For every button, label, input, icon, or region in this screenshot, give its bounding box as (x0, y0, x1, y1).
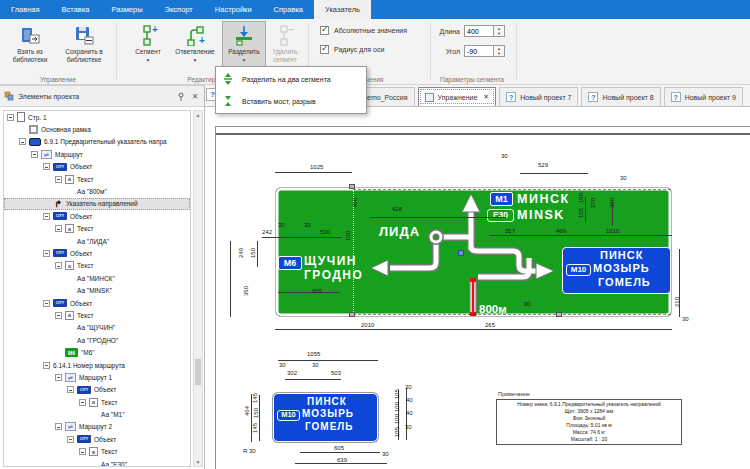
detail-sign-drawing[interactable]: ПИНСК М10 МОЗЫРЬ ГОМЕЛЬ (273, 393, 378, 442)
checkbox-1[interactable]: ✓Абсолютные значения (320, 26, 407, 35)
field-input-2[interactable] (464, 45, 494, 57)
ribbon-button-lib-take[interactable]: Взять избиблиотеки (6, 21, 54, 76)
collapse-icon[interactable] (31, 151, 38, 158)
spinner-icon[interactable]: ▲▼ (494, 45, 505, 57)
menu-item-1[interactable]: Разделить на два сегмента (216, 68, 366, 90)
route-badge-m6[interactable]: М6 (278, 256, 302, 270)
tree-item[interactable]: аТекст (4, 223, 190, 235)
collapse-icon[interactable] (67, 386, 74, 393)
tree-item[interactable]: 6.9.1 Предварительный указатель напра (4, 136, 190, 148)
tree-item[interactable]: Аа "ЛИДА" (4, 235, 190, 247)
tab-3[interactable]: ?Новый проект 7 (499, 87, 578, 106)
selection-handle[interactable] (556, 312, 562, 317)
collapse-icon[interactable] (43, 163, 50, 170)
checkbox-icon[interactable]: ✓ (320, 45, 329, 54)
collapse-icon[interactable] (55, 262, 62, 269)
scroll-down-icon[interactable]: ▼ (194, 459, 202, 465)
tree-item[interactable]: 6.14.1 Номер маршрута (4, 359, 190, 371)
collapse-icon[interactable] (43, 300, 50, 307)
menu-item-2[interactable]: Вставить мост, разрыв (216, 90, 366, 112)
ribbon-button-branch[interactable]: +Ответвление▼ (170, 21, 220, 76)
collapse-icon[interactable] (55, 176, 62, 183)
tab-5[interactable]: ?Новый проект 9 (664, 87, 743, 106)
checkbox-icon[interactable]: ✓ (320, 26, 329, 35)
tree-item[interactable]: CITYОбъект (4, 247, 190, 259)
menubar-item-7[interactable]: Указатель (314, 0, 371, 19)
tree-item[interactable]: CITYОбъект (4, 161, 190, 173)
tree-item[interactable]: аТекст (4, 396, 190, 408)
scroll-up-icon[interactable]: ▲ (194, 112, 202, 118)
help-file-icon: ? (588, 92, 598, 102)
tree-item[interactable]: ⇄Маршрут (4, 148, 190, 160)
dimension-label: 150 (253, 408, 259, 418)
help-file-icon: ? (671, 92, 681, 102)
tree-item[interactable]: Аа "ГРОДНО" (4, 334, 190, 346)
menubar-item-6[interactable]: Справка (263, 0, 314, 19)
tree-item[interactable]: ↱Указатель направлений (4, 198, 190, 210)
tree-item[interactable]: ⇄Маршрут 2 (4, 421, 190, 433)
pinsk-panel[interactable]: ПИНСК М10 МОЗЫРЬ ГОМЕЛЬ (562, 247, 671, 294)
sign-text-schuchin[interactable]: ЩУЧИН (304, 254, 357, 268)
tree-item[interactable]: Аа "Е30" (4, 458, 190, 467)
tree-item[interactable]: аТекст (4, 260, 190, 272)
dimension-label: 105 (394, 427, 400, 437)
branch-icon: + (184, 24, 206, 46)
selection-handle[interactable] (349, 184, 355, 189)
node-handle[interactable] (458, 250, 464, 256)
close-tab-icon[interactable]: ✕ (483, 93, 489, 101)
collapse-icon[interactable] (55, 374, 62, 381)
scrollbar-thumb[interactable] (195, 359, 201, 385)
tree-item[interactable]: ⇄Маршрут 1 (4, 371, 190, 383)
tree-item[interactable]: Основная рамка (4, 123, 190, 135)
tree-item[interactable]: аТекст (4, 446, 190, 458)
menubar-item-2[interactable]: Вставка (51, 0, 101, 19)
tree-item[interactable]: Аа "ЩУЧИН" (4, 322, 190, 334)
collapse-icon[interactable] (43, 213, 50, 220)
selection-handle[interactable] (349, 312, 355, 317)
tab-4[interactable]: ?Новый проект 8 (581, 87, 660, 106)
ribbon-button-lib-save[interactable]: Сохранить вбиблиотеке (56, 21, 112, 76)
tree-item[interactable]: CITYОбъект (4, 433, 190, 445)
collapse-icon[interactable] (67, 436, 74, 443)
tree-item[interactable]: Аа "М1" (4, 408, 190, 420)
tree-item[interactable]: Аа "MINSK" (4, 284, 190, 296)
collapse-icon[interactable] (55, 423, 62, 430)
tree-item[interactable]: CITYОбъект (4, 297, 190, 309)
tree-item[interactable]: аТекст (4, 309, 190, 321)
tree-scrollbar[interactable]: ▲ ▼ (193, 110, 203, 467)
route-badge-m1[interactable]: М1 (490, 192, 513, 206)
menubar-item-5[interactable]: Настройки (204, 0, 263, 19)
sign-text-minsk-en[interactable]: MINSK (517, 208, 565, 222)
tree-item[interactable]: Аа "МИНСК" (4, 272, 190, 284)
tab-2[interactable]: Упражнение✕ (418, 87, 497, 106)
tree-item[interactable]: Аа "800м" (4, 185, 190, 197)
menubar-item-1[interactable]: Главная (0, 0, 51, 19)
menubar-item-4[interactable]: Экспорт (154, 0, 204, 19)
collapse-icon[interactable] (55, 312, 62, 319)
ribbon-button-segment[interactable]: +Сегмент▼ (126, 21, 170, 76)
collapse-icon[interactable] (7, 114, 14, 121)
sign-text-lida[interactable]: ЛИДА (379, 224, 420, 239)
sign-text-distance[interactable]: 800м (479, 303, 507, 315)
collapse-icon[interactable] (43, 362, 50, 369)
tree-item[interactable]: аТекст (4, 173, 190, 185)
collapse-icon[interactable] (19, 138, 26, 145)
spinner-icon[interactable]: ▲▼ (494, 25, 505, 37)
close-panel-icon[interactable]: ✕ (190, 92, 200, 101)
collapse-icon[interactable] (55, 225, 62, 232)
tree-item[interactable]: CITYОбъект (4, 384, 190, 396)
sign-text-grodno[interactable]: ГРОДНО (304, 268, 363, 282)
route-badge-e30[interactable]: Е30 (487, 209, 514, 222)
checkbox-2[interactable]: ✓Радиус для оси (320, 45, 384, 54)
sign-text-minsk-ru[interactable]: МИНСК (517, 192, 570, 206)
collapse-icon[interactable] (43, 250, 50, 257)
dimension-label: 242 (262, 229, 272, 235)
pin-icon[interactable] (176, 92, 186, 101)
collapse-icon[interactable] (79, 448, 86, 455)
tree-item[interactable]: CITYОбъект (4, 210, 190, 222)
field-input-1[interactable] (464, 25, 494, 37)
tree-item[interactable]: М6"М6" (4, 346, 190, 358)
menubar-item-3[interactable]: Размеры (100, 0, 153, 19)
tree-item[interactable]: Стр. 1 (4, 111, 190, 123)
collapse-icon[interactable] (79, 399, 86, 406)
